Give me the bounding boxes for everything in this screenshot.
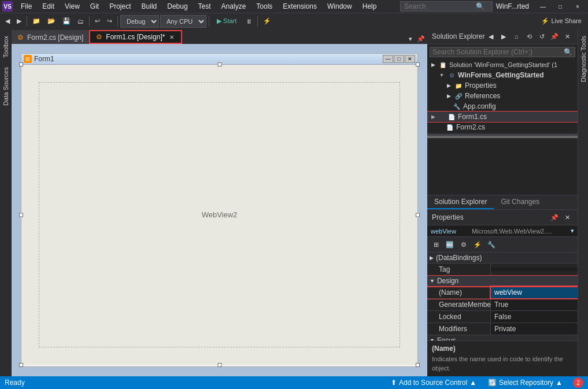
props-search-btn[interactable]: 🔧	[485, 239, 498, 250]
menu-git[interactable]: Git	[86, 1, 103, 12]
platform-select[interactable]: Any CPU	[160, 15, 206, 28]
design-canvas-area: ⊞ Form1 — □ ✕	[12, 44, 427, 376]
solution-node[interactable]: ▶ 📋 Solution 'WinForms_GettingStarted' (…	[427, 60, 578, 70]
menu-test[interactable]: Test	[194, 1, 216, 12]
global-search-input[interactable]	[404, 2, 474, 10]
se-home-btn[interactable]: ⌂	[511, 31, 522, 42]
start-button[interactable]: ▶ Start	[212, 15, 242, 28]
se-back-btn[interactable]: ◀	[485, 31, 497, 42]
menu-debug[interactable]: Debug	[162, 1, 192, 12]
se-scrollbar[interactable]	[427, 134, 578, 138]
properties-node[interactable]: ▶ 📁 Properties	[427, 80, 578, 91]
maximize-button[interactable]: □	[552, 2, 568, 11]
appconfig-node[interactable]: 🔧 App.config	[427, 101, 578, 112]
back-button[interactable]: ◀	[2, 15, 13, 28]
form-close-btn[interactable]: ✕	[405, 55, 415, 63]
open-button[interactable]: 📂	[45, 15, 58, 28]
props-pin-btn[interactable]: 📌	[549, 212, 560, 223]
form1cs-label: Form1.cs	[458, 113, 487, 121]
save-all-button[interactable]: 🗂	[75, 15, 87, 28]
databindings-toggle-icon: ▶	[430, 255, 434, 261]
main-area: Toolbox Data Sources ⚙ Form2.cs [Design]…	[0, 29, 588, 376]
redo-button[interactable]: ↪	[104, 15, 115, 28]
menu-edit[interactable]: Edit	[38, 1, 59, 12]
tab-form2-design[interactable]: ⚙ Form2.cs [Design]	[12, 30, 89, 44]
menu-file[interactable]: File	[16, 1, 36, 12]
references-node[interactable]: ▶ 🔗 References	[427, 91, 578, 101]
se-pin-btn[interactable]: 📌	[549, 31, 560, 42]
tab-pin-button[interactable]: 📌	[415, 34, 427, 44]
name-row: (Name) webView	[427, 287, 578, 299]
toolbox-label[interactable]: Toolbox	[1, 31, 10, 62]
props-object-dropdown-icon[interactable]: ▾	[571, 227, 574, 235]
props-close-btn[interactable]: ✕	[561, 212, 573, 223]
webview2-component[interactable]: WebView2	[39, 82, 400, 347]
form-minimize-btn[interactable]: —	[383, 55, 393, 63]
focus-category[interactable]: ▼ Focus	[427, 335, 578, 340]
tab-git-changes[interactable]: Git Changes	[494, 195, 546, 209]
se-sync-btn[interactable]: ⟲	[523, 31, 535, 42]
diagnostic-tools-label[interactable]: Diagnostic Tools	[579, 31, 588, 87]
form-title-text: Form1	[34, 55, 54, 63]
se-refresh-btn[interactable]: ↺	[536, 31, 548, 42]
databindings-category[interactable]: ▶ (DataBindings)	[427, 253, 578, 264]
props-prop-btn[interactable]: ⚙	[457, 239, 470, 250]
attach-button[interactable]: ⚡	[260, 15, 274, 28]
forward-button[interactable]: ▶	[14, 15, 24, 28]
se-search-box[interactable]: 🔍	[430, 47, 575, 57]
menu-build[interactable]: Build	[137, 1, 162, 12]
step-over-button[interactable]: ⏸	[243, 15, 255, 28]
menu-extensions[interactable]: Extensions	[278, 1, 321, 12]
new-solution-button[interactable]: 📁	[29, 15, 43, 28]
menu-window[interactable]: Window	[323, 1, 357, 12]
menu-project[interactable]: Project	[105, 1, 135, 12]
toolbar-sep-5	[257, 16, 258, 27]
tag-value[interactable]	[491, 268, 578, 271]
se-search-input[interactable]	[432, 48, 564, 56]
toolbar-sep-3	[117, 16, 118, 27]
locked-value[interactable]: False	[491, 311, 578, 323]
design-category[interactable]: ▼ Design	[427, 276, 578, 287]
tab-form1-design[interactable]: ⚙ Form1.cs [Design]* ✕	[89, 30, 182, 44]
properties-icon: 📁	[454, 81, 463, 90]
menu-help[interactable]: Help	[358, 1, 382, 12]
props-object-selector[interactable]: webView Microsoft.Web.WebView2.WinFo ▾	[427, 225, 578, 237]
form2cs-node[interactable]: 📄 Form2.cs	[427, 122, 578, 132]
form-body[interactable]: WebView2	[21, 65, 417, 365]
global-search-box[interactable]: 🔍	[400, 1, 493, 12]
name-prop-value[interactable]: webView	[491, 287, 578, 298]
menu-tools[interactable]: Tools	[252, 1, 277, 12]
form-window: ⊞ Form1 — □ ✕	[21, 53, 418, 367]
close-button[interactable]: ×	[569, 2, 586, 11]
focus-label: Focus	[437, 336, 456, 340]
minimize-button[interactable]: —	[535, 2, 551, 11]
form1cs-node[interactable]: ▶ 📄 Form1.cs	[427, 112, 578, 122]
solution-explorer-header: Solution Explorer ◀ ▶ ⌂ ⟲ ↺ 📌 ✕	[427, 29, 578, 45]
props-event-btn[interactable]: ⚡	[471, 239, 484, 250]
form-maximize-btn[interactable]: □	[394, 55, 404, 63]
generatemember-value[interactable]: True	[491, 299, 578, 310]
props-object-type: Microsoft.Web.WebView2.WinFo	[472, 228, 553, 235]
live-share-button[interactable]: ⚡ Live Share	[537, 15, 586, 28]
select-repo-button[interactable]: 🔃 Select Repository ▲	[485, 376, 566, 389]
properties-label: Properties	[465, 81, 497, 90]
se-close-btn[interactable]: ✕	[561, 31, 573, 42]
debug-config-select[interactable]: Debug	[120, 15, 159, 28]
project-node[interactable]: ▼ ⚙ WinForms_GettingStarted	[427, 70, 578, 80]
menu-analyze[interactable]: Analyze	[217, 1, 251, 12]
data-sources-label[interactable]: Data Sources	[1, 62, 10, 110]
notification-badge[interactable]: 2	[573, 377, 583, 388]
save-button[interactable]: 💾	[60, 15, 73, 28]
props-category-btn[interactable]: ⊞	[430, 239, 442, 250]
se-forward-btn[interactable]: ▶	[498, 31, 509, 42]
tab-solution-explorer[interactable]: Solution Explorer	[427, 195, 494, 209]
modifiers-value[interactable]: Private	[491, 323, 578, 335]
source-control-button[interactable]: ⬆ Add to Source Control ▲	[387, 376, 480, 389]
undo-button[interactable]: ↩	[92, 15, 103, 28]
tab-close-button[interactable]: ✕	[168, 34, 175, 41]
props-alpha-btn[interactable]: 🔤	[443, 239, 456, 250]
se-scrollbar-thumb[interactable]	[427, 136, 578, 138]
toolbar-sep-2	[89, 16, 90, 27]
menu-view[interactable]: View	[60, 1, 84, 12]
tab-dropdown-button[interactable]: ▾	[406, 34, 415, 44]
